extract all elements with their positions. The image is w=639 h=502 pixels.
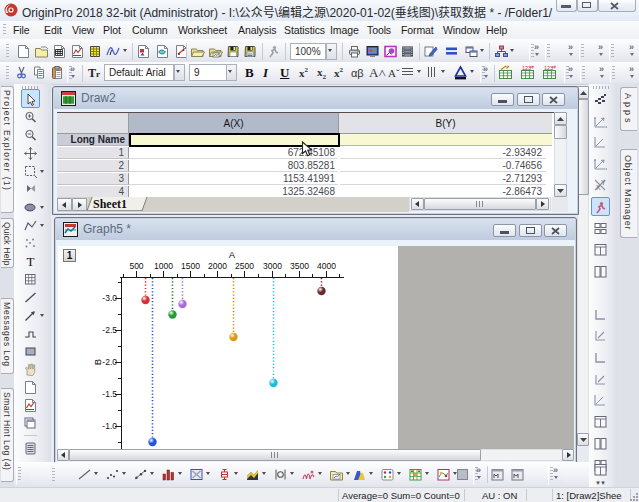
svg-text:-3.0: -3.0 [102, 293, 117, 303]
svg-text:2500: 2500 [235, 261, 254, 271]
svg-text:3000: 3000 [263, 261, 282, 271]
svg-text:-1.5: -1.5 [102, 389, 117, 399]
svg-text:1500: 1500 [181, 261, 200, 271]
svg-text:-2.0: -2.0 [102, 357, 117, 367]
svg-text:500: 500 [129, 261, 143, 271]
svg-text:B: B [92, 359, 103, 365]
svg-text:4000: 4000 [317, 261, 336, 271]
svg-text:2000: 2000 [208, 261, 227, 271]
svg-text:3500: 3500 [290, 261, 309, 271]
svg-text:1000: 1000 [154, 261, 173, 271]
svg-text:A: A [229, 249, 236, 260]
svg-text:-1.0: -1.0 [102, 421, 117, 431]
svg-text:-2.5: -2.5 [102, 325, 117, 335]
